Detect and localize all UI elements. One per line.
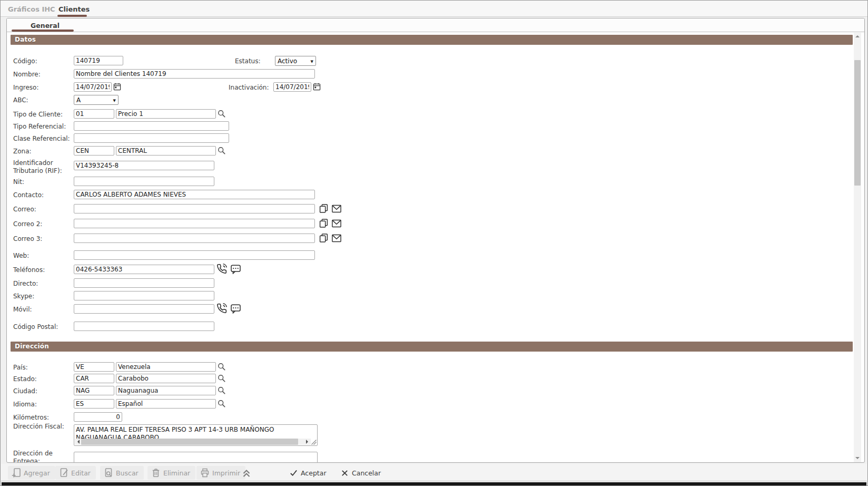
- pais-code-input[interactable]: [74, 362, 114, 372]
- direccion-fiscal-hscrollbar[interactable]: [75, 439, 311, 445]
- inactivacion-input[interactable]: [273, 82, 311, 92]
- scroll-up-icon[interactable]: [854, 33, 861, 41]
- zona-code-input[interactable]: [74, 146, 114, 155]
- ciudad-search-icon[interactable]: [218, 386, 226, 395]
- correo3-input[interactable]: [74, 234, 315, 243]
- collapse-toolbar-icon[interactable]: [241, 469, 252, 478]
- clase-referencial-input[interactable]: [74, 133, 229, 143]
- bottom-edge-bar: [2, 482, 866, 485]
- codigo-postal-input[interactable]: [74, 322, 214, 331]
- search-doc-icon: [104, 468, 113, 478]
- telefonos-sms-icon[interactable]: [231, 265, 241, 274]
- web-input[interactable]: [74, 250, 315, 260]
- correo2-mail-icon[interactable]: [332, 219, 341, 228]
- abc-select[interactable]: A ▼: [74, 95, 119, 105]
- resize-grip-icon[interactable]: [311, 440, 317, 445]
- nit-input[interactable]: [74, 177, 214, 186]
- correo2-label: Correo 2:: [13, 220, 71, 228]
- inactivacion-label: Inactivación:: [229, 84, 276, 92]
- idioma-search-icon[interactable]: [218, 400, 226, 408]
- tab-clientes[interactable]: Clientes: [58, 5, 90, 13]
- zona-desc-input[interactable]: [116, 146, 216, 155]
- correo3-copy-icon[interactable]: [319, 234, 328, 242]
- codigo-input[interactable]: [74, 56, 123, 65]
- tab-graficos-ihc[interactable]: Gráficos IHC: [8, 5, 55, 13]
- kilometros-input[interactable]: [74, 412, 122, 422]
- eliminar-button[interactable]: Eliminar: [147, 466, 195, 480]
- contacto-label: Contacto:: [13, 191, 71, 199]
- idioma-code-input[interactable]: [74, 399, 114, 409]
- subtab-general[interactable]: General: [31, 22, 60, 30]
- inactivacion-calendar-icon[interactable]: [313, 83, 321, 91]
- correo3-label: Correo 3:: [13, 235, 71, 243]
- direccion-entrega-label: Dirección de Entrega:: [13, 450, 56, 463]
- add-doc-icon: [12, 468, 21, 478]
- imprimir-button[interactable]: Imprimir: [196, 466, 245, 480]
- correo-copy-icon[interactable]: [319, 204, 328, 213]
- check-icon: [290, 469, 298, 477]
- scroll-left-icon[interactable]: [75, 439, 81, 445]
- rif-label: Identificador Tributario (RIF):: [13, 159, 68, 175]
- movil-phone-call-icon[interactable]: [216, 303, 227, 314]
- movil-label: Móvil:: [13, 306, 71, 314]
- pais-search-icon[interactable]: [218, 363, 226, 371]
- direccion-entrega-textarea[interactable]: [74, 452, 318, 463]
- estado-desc-input[interactable]: [116, 374, 216, 383]
- idioma-desc-input[interactable]: [116, 399, 216, 409]
- tipo-cliente-desc-input[interactable]: [116, 109, 216, 119]
- tipo-cliente-code-input[interactable]: [74, 109, 114, 119]
- direccion-fiscal-textarea[interactable]: AV. PALMA REAL EDIF TERESA PISO 3 APT 14…: [74, 424, 318, 446]
- pais-desc-input[interactable]: [116, 362, 216, 372]
- scroll-down-icon[interactable]: [854, 454, 861, 462]
- chevron-down-icon: ▼: [113, 99, 116, 103]
- ciudad-code-input[interactable]: [74, 386, 114, 395]
- bottom-toolbar: Agregar Editar Buscar Eliminar Imprimir …: [1, 464, 867, 481]
- main-tab-bar: Gráficos IHC Clientes: [1, 1, 867, 17]
- subtab-underline: [12, 30, 74, 32]
- movil-input[interactable]: [74, 304, 214, 314]
- correo-mail-icon[interactable]: [332, 205, 341, 213]
- ciudad-label: Ciudad:: [13, 387, 71, 395]
- codigo-postal-label: Código Postal:: [13, 323, 71, 331]
- scroll-right-icon[interactable]: [305, 439, 311, 445]
- estado-code-input[interactable]: [74, 374, 114, 383]
- vscroll-thumb[interactable]: [854, 60, 861, 186]
- edit-doc-icon: [59, 468, 68, 478]
- correo-label: Correo:: [13, 206, 71, 213]
- ingreso-label: Ingreso:: [13, 84, 71, 92]
- clientes-panel: General Datos Código: Estatus: Activo ▼ …: [6, 18, 865, 463]
- tipo-referencial-input[interactable]: [74, 121, 229, 131]
- estatus-select[interactable]: Activo ▼: [275, 56, 316, 66]
- buscar-button[interactable]: Buscar: [100, 466, 144, 480]
- telefonos-label: Teléfonos:: [13, 266, 71, 274]
- active-tab-underline: [57, 15, 87, 17]
- rif-input[interactable]: [74, 161, 214, 170]
- directo-input[interactable]: [74, 278, 214, 288]
- correo2-input[interactable]: [74, 219, 315, 228]
- printer-icon: [200, 468, 210, 478]
- cancelar-button[interactable]: Cancelar: [341, 466, 381, 480]
- editar-button[interactable]: Editar: [55, 466, 96, 480]
- agregar-button[interactable]: Agregar: [8, 466, 55, 480]
- nombre-input[interactable]: [74, 69, 315, 79]
- tipo-referencial-label: Tipo Referencial:: [13, 123, 71, 131]
- vertical-scrollbar[interactable]: [854, 33, 861, 462]
- hscroll-thumb[interactable]: [81, 439, 298, 445]
- correo-input[interactable]: [74, 204, 315, 213]
- telefonos-input[interactable]: [74, 265, 214, 274]
- estado-search-icon[interactable]: [218, 374, 226, 383]
- ingreso-input[interactable]: [74, 82, 112, 92]
- contacto-input[interactable]: [74, 190, 315, 199]
- tipo-cliente-search-icon[interactable]: [218, 110, 226, 118]
- skype-input[interactable]: [74, 291, 214, 300]
- movil-sms-icon[interactable]: [231, 304, 241, 314]
- correo2-copy-icon[interactable]: [319, 219, 328, 228]
- estatus-value: Activo: [278, 57, 297, 65]
- ingreso-calendar-icon[interactable]: [113, 83, 121, 91]
- telefonos-phone-call-icon[interactable]: [216, 264, 227, 274]
- correo3-mail-icon[interactable]: [332, 234, 341, 242]
- ciudad-desc-input[interactable]: [116, 386, 216, 395]
- zona-search-icon[interactable]: [218, 147, 226, 155]
- aceptar-button[interactable]: Aceptar: [290, 466, 327, 480]
- abc-label: ABC:: [13, 96, 71, 104]
